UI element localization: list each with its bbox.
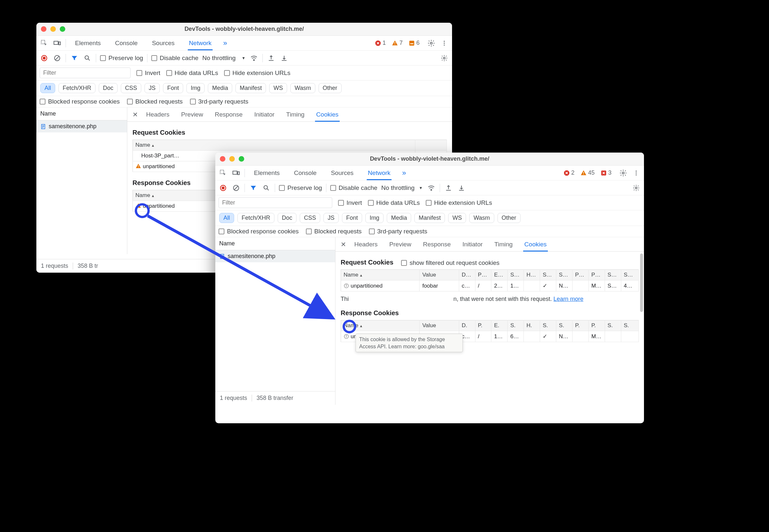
pill-img[interactable]: Img	[186, 83, 205, 93]
tab-console[interactable]: Console	[110, 36, 143, 50]
inspect-icon[interactable]	[218, 168, 228, 178]
subtab-cookies[interactable]: Cookies	[519, 238, 553, 251]
pill-css[interactable]: CSS	[300, 213, 320, 223]
subtab-headers[interactable]: Headers	[140, 108, 175, 121]
pill-js[interactable]: JS	[323, 213, 339, 223]
subtab-response[interactable]: Response	[417, 238, 457, 251]
error-badge[interactable]: 2	[564, 169, 575, 176]
col-value[interactable]: Value	[420, 270, 459, 280]
kebab-icon[interactable]	[632, 168, 641, 178]
col-name[interactable]: Name	[133, 140, 416, 151]
wifi-icon[interactable]	[427, 183, 436, 192]
download-icon[interactable]	[279, 54, 289, 63]
tab-network[interactable]: Network	[363, 166, 396, 180]
warning-badge[interactable]: 7	[392, 40, 403, 46]
pill-font[interactable]: Font	[163, 83, 183, 93]
pill-manifest[interactable]: Manifest	[415, 213, 445, 223]
hide-data-urls-checkbox[interactable]: Hide data URLs	[166, 69, 218, 77]
pill-other[interactable]: Other	[498, 213, 521, 223]
show-filtered-checkbox[interactable]: show filtered out request cookies	[401, 259, 500, 266]
warning-badge[interactable]: 45	[580, 169, 595, 176]
network-settings-icon[interactable]	[632, 183, 641, 192]
tab-elements[interactable]: Elements	[249, 166, 285, 180]
pill-other[interactable]: Other	[318, 83, 341, 93]
pill-media[interactable]: Media	[208, 83, 232, 93]
pill-all[interactable]: All	[219, 213, 234, 223]
pill-wasm[interactable]: Wasm	[290, 83, 315, 93]
pill-wasm[interactable]: Wasm	[469, 213, 494, 223]
subtab-timing[interactable]: Timing	[280, 108, 310, 121]
pill-ws[interactable]: WS	[269, 83, 287, 93]
error-badge[interactable]: 1	[375, 40, 386, 46]
more-tabs-icon[interactable]: »	[400, 168, 409, 178]
preserve-log-checkbox[interactable]: Preserve log	[279, 184, 322, 192]
tab-sources[interactable]: Sources	[147, 36, 180, 50]
network-settings-icon[interactable]	[440, 54, 449, 63]
tab-elements[interactable]: Elements	[70, 36, 106, 50]
more-tabs-icon[interactable]: »	[220, 39, 229, 48]
table-row[interactable]: unpartitioned foobar c… / 2… 1… ✓ N… M… …	[341, 280, 639, 291]
clear-icon[interactable]	[231, 183, 241, 192]
close-details-icon[interactable]: ✕	[338, 241, 348, 248]
tab-sources[interactable]: Sources	[326, 166, 359, 180]
zoom-window-icon[interactable]	[239, 156, 244, 162]
settings-icon[interactable]	[427, 39, 436, 48]
subtab-preview[interactable]: Preview	[383, 238, 417, 251]
record-icon[interactable]	[40, 54, 49, 63]
tab-network[interactable]: Network	[184, 36, 217, 50]
close-window-icon[interactable]	[41, 26, 46, 32]
subtab-preview[interactable]: Preview	[175, 108, 209, 121]
search-icon[interactable]	[83, 54, 92, 63]
name-column-header[interactable]: Name	[36, 107, 127, 120]
device-toggle-icon[interactable]	[53, 39, 62, 48]
pill-js[interactable]: JS	[144, 83, 160, 93]
issue-badge[interactable]: 6	[409, 40, 420, 46]
invert-checkbox[interactable]: Invert	[136, 69, 160, 77]
pill-css[interactable]: CSS	[121, 83, 141, 93]
name-column-header[interactable]: Name	[215, 237, 335, 250]
wifi-icon[interactable]	[249, 54, 258, 63]
throttling-select[interactable]: No throttling ▼	[381, 184, 423, 192]
download-icon[interactable]	[457, 183, 466, 192]
blocked-requests-checkbox[interactable]: Blocked requests	[306, 228, 362, 235]
pill-fetchxhr[interactable]: Fetch/XHR	[58, 83, 95, 93]
hide-extension-urls-checkbox[interactable]: Hide extension URLs	[224, 69, 290, 77]
pill-doc[interactable]: Doc	[99, 83, 118, 93]
clear-icon[interactable]	[53, 54, 62, 63]
pill-ws[interactable]: WS	[448, 213, 466, 223]
blocked-response-cookies-checkbox[interactable]: Blocked response cookies	[218, 228, 299, 235]
col-value[interactable]: Value	[420, 320, 459, 331]
pill-img[interactable]: Img	[365, 213, 383, 223]
search-icon[interactable]	[262, 183, 271, 192]
disable-cache-checkbox[interactable]: Disable cache	[151, 55, 198, 62]
subtab-timing[interactable]: Timing	[489, 238, 518, 251]
subtab-initiator[interactable]: Initiator	[457, 238, 489, 251]
pill-media[interactable]: Media	[387, 213, 411, 223]
subtab-initiator[interactable]: Initiator	[248, 108, 280, 121]
pill-doc[interactable]: Doc	[278, 213, 296, 223]
hide-extension-urls-checkbox[interactable]: Hide extension URLs	[426, 199, 492, 206]
tab-console[interactable]: Console	[289, 166, 322, 180]
pill-fetchxhr[interactable]: Fetch/XHR	[237, 213, 274, 223]
minimize-window-icon[interactable]	[229, 156, 235, 162]
subtab-response[interactable]: Response	[209, 108, 248, 121]
third-party-requests-checkbox[interactable]: 3rd-party requests	[190, 98, 248, 105]
zoom-window-icon[interactable]	[60, 26, 65, 32]
filter-input[interactable]	[218, 197, 332, 208]
record-icon[interactable]	[218, 183, 228, 192]
filter-input[interactable]	[40, 68, 130, 78]
subtab-cookies[interactable]: Cookies	[310, 108, 344, 121]
filter-icon[interactable]	[70, 54, 79, 63]
inspect-icon[interactable]	[40, 39, 49, 48]
blocked-response-cookies-checkbox[interactable]: Blocked response cookies	[40, 98, 120, 105]
upload-icon[interactable]	[267, 54, 276, 63]
pill-manifest[interactable]: Manifest	[235, 83, 266, 93]
request-row[interactable]: samesitenone.php	[215, 250, 335, 262]
throttling-select[interactable]: No throttling ▼	[202, 55, 245, 62]
close-window-icon[interactable]	[220, 156, 225, 162]
hide-data-urls-checkbox[interactable]: Hide data URLs	[368, 199, 420, 206]
close-details-icon[interactable]: ✕	[130, 111, 140, 118]
upload-icon[interactable]	[444, 183, 453, 192]
preserve-log-checkbox[interactable]: Preserve log	[100, 55, 143, 62]
request-row[interactable]: samesitenone.php	[36, 120, 127, 132]
